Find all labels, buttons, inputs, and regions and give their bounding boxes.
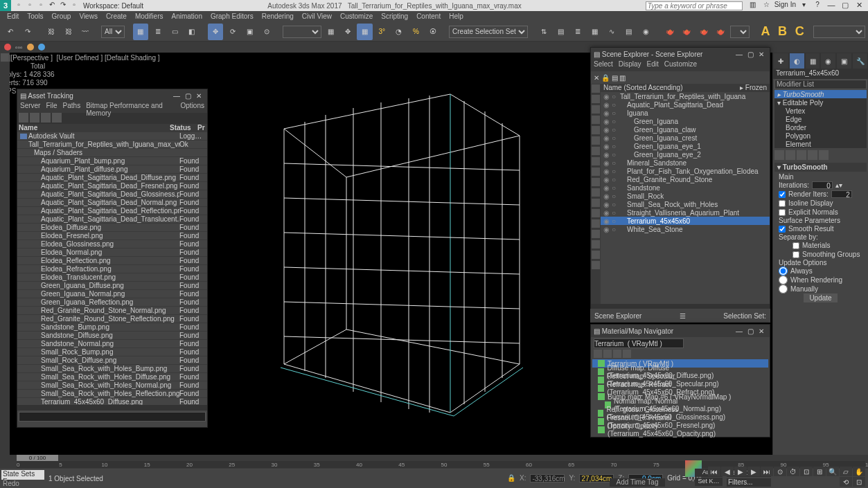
visibility-icon[interactable]: ◉ — [603, 109, 610, 117]
render-iter-check[interactable] — [779, 191, 786, 198]
freeze-icon[interactable]: ○ — [612, 109, 619, 117]
asset-filter-input[interactable] — [19, 412, 206, 422]
freeze-icon[interactable]: ○ — [612, 143, 619, 150]
remove-icon[interactable] — [808, 150, 817, 160]
scene-filter-icon[interactable] — [592, 157, 600, 165]
asset-row[interactable]: Autodesk VaultLogg… — [17, 132, 207, 141]
scene-menu-item[interactable]: Select — [594, 60, 613, 71]
zoom-all[interactable]: ⊞ — [813, 467, 826, 476]
asset-row[interactable]: Green_Iguana_Normal.pngFound — [17, 290, 207, 298]
scene-item[interactable]: ◉○ Green_Iguana_crest — [601, 134, 770, 142]
abc-b[interactable]: B — [774, 24, 790, 40]
scene-filter-icon[interactable] — [592, 219, 600, 228]
asset-row[interactable]: Small_Sea_Rock_with_Holes_Bump.pngFound — [17, 365, 207, 373]
visibility-icon[interactable]: ◉ — [603, 93, 610, 100]
freeze-icon[interactable]: ○ — [612, 134, 619, 142]
redo-icon[interactable]: ↷ — [58, 1, 68, 10]
menu-views[interactable]: Views — [75, 11, 102, 22]
select-name-button[interactable]: ≣ — [150, 24, 166, 40]
goto-start[interactable]: ⏮ — [708, 467, 720, 476]
mirror-button[interactable]: ⇅ — [536, 24, 552, 40]
matnav-tool-icon[interactable] — [623, 350, 631, 358]
freeze-icon[interactable]: ○ — [612, 159, 619, 167]
manual-radio[interactable] — [779, 284, 788, 293]
asset-tool-icon[interactable] — [41, 113, 51, 123]
freeze-icon[interactable]: ○ — [612, 168, 619, 175]
update-button[interactable]: Update — [804, 293, 837, 302]
visibility-icon[interactable]: ◉ — [603, 226, 610, 233]
scene-sortcol[interactable]: Name (Sorted Ascending) — [603, 84, 683, 92]
scene-filter-icon[interactable] — [592, 147, 600, 155]
scene-item[interactable]: ◉○ Tall_Terrarium_for_Reptiles_with_Igua… — [601, 92, 770, 100]
search-input[interactable] — [646, 1, 743, 10]
visibility-icon[interactable]: ◉ — [603, 143, 610, 150]
redo-button[interactable]: ↷ — [20, 24, 36, 40]
se-close-icon[interactable]: ✕ — [594, 74, 599, 82]
angle-snap[interactable]: ◔ — [391, 24, 407, 40]
percent-snap[interactable]: % — [408, 24, 424, 40]
asset-row[interactable]: Green_Iguana_Reflection.pngFound — [17, 298, 207, 307]
red-dot-icon[interactable] — [4, 44, 11, 51]
freeze-icon[interactable]: ○ — [612, 151, 619, 159]
asset-row[interactable]: Elodea_Translucent.pngFound — [17, 273, 207, 282]
scene-item[interactable]: ◉○ Small_Rock — [601, 192, 770, 200]
scene-item[interactable]: ◉○ White_Sea_Stone — [601, 225, 770, 233]
manip-button[interactable]: ✥ — [340, 24, 356, 40]
sgroups-check[interactable] — [792, 251, 799, 258]
matnav-tool-icon[interactable] — [613, 350, 621, 358]
visibility-icon[interactable]: ◉ — [603, 201, 610, 208]
modifier-item[interactable]: ▸ TurboSmooth — [774, 90, 867, 98]
menu-modifiers[interactable]: Modifiers — [131, 11, 168, 22]
smooth-check[interactable] — [779, 226, 786, 233]
tab-hierarchy[interactable]: ▦ — [805, 53, 821, 69]
menu-edit[interactable]: Edit — [3, 11, 23, 22]
col-name[interactable]: Name — [17, 124, 170, 132]
menu-rendering[interactable]: Rendering — [258, 11, 298, 22]
panel-min[interactable]: — — [734, 327, 745, 335]
next-frame[interactable]: ▶ — [747, 467, 760, 476]
menu-create[interactable]: Create — [102, 11, 131, 22]
scene-filter-icon[interactable] — [592, 105, 600, 114]
asset-row[interactable]: Red_Granite_Round_Stone_Normal.pngFound — [17, 307, 207, 315]
modifier-list[interactable]: Modifier List — [774, 80, 867, 89]
materials-check[interactable] — [792, 242, 799, 249]
refcoord-dropdown[interactable] — [283, 26, 322, 38]
scene-filter-icon[interactable] — [592, 84, 600, 93]
material-editor[interactable]: ◉ — [638, 24, 654, 40]
unique-icon[interactable] — [797, 150, 806, 160]
asset-tool-icon[interactable] — [30, 113, 39, 123]
minimize-button[interactable]: — — [825, 1, 838, 10]
asset-row[interactable]: Sandstone_Normal.pngFound — [17, 340, 207, 348]
menu-customize[interactable]: Customize — [336, 11, 377, 22]
panel-min[interactable]: — — [171, 92, 182, 100]
col-pr[interactable]: Pr — [197, 124, 207, 132]
zoom-ext[interactable]: ⊡ — [800, 467, 813, 476]
rollout-title[interactable]: ▾ TurboSmooth — [774, 163, 867, 172]
scene-filter-icon[interactable] — [592, 251, 600, 259]
render-frame[interactable]: 🫖 — [679, 24, 695, 40]
freeze-icon[interactable]: ○ — [612, 126, 619, 134]
matnav-tree[interactable]: Terrarium ( VRayMtl )Diffuse map: Diffus… — [591, 358, 770, 435]
asset-tool-icon[interactable] — [19, 113, 28, 123]
scene-filter-icon[interactable] — [592, 116, 600, 124]
scene-item[interactable]: ◉○ Green_Iguana — [601, 117, 770, 125]
wireframe-object[interactable] — [242, 73, 540, 447]
panel-max[interactable]: ▢ — [745, 327, 756, 335]
orange-dot-icon[interactable] — [27, 44, 34, 51]
scene-menu-item[interactable]: Customize — [664, 60, 697, 71]
keymode-button[interactable]: ▦ — [357, 24, 373, 40]
menu-tools[interactable]: Tools — [23, 11, 47, 22]
matnav-tool-icon[interactable] — [594, 350, 602, 358]
panel-close[interactable]: ✕ — [756, 51, 767, 58]
asset-row[interactable]: Small_Sea_Rock_with_Holes_Diffuse.pngFou… — [17, 373, 207, 381]
zoom[interactable]: 🔍 — [826, 467, 839, 476]
whenrender-radio[interactable] — [779, 275, 788, 284]
scene-filter-icon[interactable] — [592, 126, 600, 134]
config-icon[interactable] — [819, 150, 829, 160]
panel-max[interactable]: ▢ — [182, 92, 193, 100]
scene-item[interactable]: ◉○ Aquatic_Plant_Sagittaria_Dead — [601, 100, 770, 109]
freeze-icon[interactable]: ○ — [612, 217, 619, 225]
asset-menu-item[interactable]: Paths — [63, 102, 81, 113]
asset-row[interactable]: Aquarium_Plant_diffuse.pngFound — [17, 165, 207, 174]
scene-options-icon[interactable]: ☰ — [680, 312, 686, 320]
